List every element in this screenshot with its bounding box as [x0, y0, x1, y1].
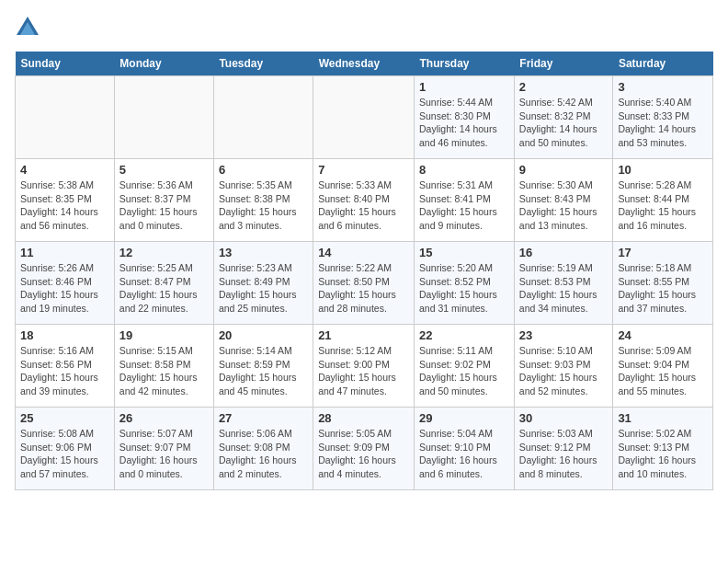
logo — [15, 15, 44, 40]
day-info: Sunrise: 5:18 AM Sunset: 8:55 PM Dayligh… — [618, 261, 708, 316]
calendar-cell — [313, 76, 415, 159]
day-info: Sunrise: 5:19 AM Sunset: 8:53 PM Dayligh… — [519, 261, 609, 316]
day-info: Sunrise: 5:33 AM Sunset: 8:40 PM Dayligh… — [318, 178, 409, 233]
day-info: Sunrise: 5:36 AM Sunset: 8:37 PM Dayligh… — [119, 178, 209, 233]
day-number: 19 — [119, 328, 209, 342]
day-number: 18 — [20, 328, 109, 342]
calendar-cell: 8Sunrise: 5:31 AM Sunset: 8:41 PM Daylig… — [415, 159, 515, 242]
day-number: 12 — [119, 246, 209, 259]
day-number: 21 — [318, 328, 409, 342]
day-info: Sunrise: 5:35 AM Sunset: 8:38 PM Dayligh… — [219, 178, 308, 233]
day-number: 27 — [219, 411, 308, 425]
day-number: 10 — [618, 163, 708, 177]
day-header-thursday: Thursday — [415, 52, 515, 76]
calendar-cell: 16Sunrise: 5:19 AM Sunset: 8:53 PM Dayli… — [514, 242, 613, 325]
calendar-cell: 30Sunrise: 5:03 AM Sunset: 9:12 PM Dayli… — [514, 408, 613, 490]
calendar-cell: 15Sunrise: 5:20 AM Sunset: 8:52 PM Dayli… — [415, 242, 515, 325]
day-header-saturday: Saturday — [613, 52, 713, 76]
day-info: Sunrise: 5:28 AM Sunset: 8:44 PM Dayligh… — [618, 178, 708, 233]
week-row-1: 1Sunrise: 5:44 AM Sunset: 8:30 PM Daylig… — [16, 76, 713, 159]
calendar-cell: 2Sunrise: 5:42 AM Sunset: 8:32 PM Daylig… — [514, 76, 613, 159]
calendar-cell: 20Sunrise: 5:14 AM Sunset: 8:59 PM Dayli… — [213, 325, 313, 408]
day-number: 15 — [419, 246, 509, 259]
day-info: Sunrise: 5:31 AM Sunset: 8:41 PM Dayligh… — [419, 178, 509, 233]
day-info: Sunrise: 5:14 AM Sunset: 8:59 PM Dayligh… — [219, 344, 308, 398]
day-info: Sunrise: 5:05 AM Sunset: 9:09 PM Dayligh… — [318, 427, 409, 481]
day-number: 8 — [419, 163, 509, 177]
day-number: 22 — [419, 328, 509, 342]
page-header — [15, 15, 713, 40]
day-info: Sunrise: 5:26 AM Sunset: 8:46 PM Dayligh… — [20, 261, 109, 316]
day-header-sunday: Sunday — [16, 52, 115, 76]
calendar-cell — [213, 76, 313, 159]
day-info: Sunrise: 5:10 AM Sunset: 9:03 PM Dayligh… — [519, 344, 609, 398]
calendar-cell: 6Sunrise: 5:35 AM Sunset: 8:38 PM Daylig… — [213, 159, 313, 242]
calendar-cell: 4Sunrise: 5:38 AM Sunset: 8:35 PM Daylig… — [16, 159, 115, 242]
day-info: Sunrise: 5:16 AM Sunset: 8:56 PM Dayligh… — [20, 344, 109, 398]
calendar-cell: 24Sunrise: 5:09 AM Sunset: 9:04 PM Dayli… — [613, 325, 713, 408]
day-number: 13 — [219, 246, 308, 259]
day-number: 6 — [219, 163, 308, 177]
day-number: 9 — [519, 163, 609, 177]
day-number: 17 — [618, 246, 708, 259]
calendar-cell: 5Sunrise: 5:36 AM Sunset: 8:37 PM Daylig… — [114, 159, 213, 242]
calendar-cell: 14Sunrise: 5:22 AM Sunset: 8:50 PM Dayli… — [313, 242, 415, 325]
day-header-friday: Friday — [514, 52, 613, 76]
day-info: Sunrise: 5:22 AM Sunset: 8:50 PM Dayligh… — [318, 261, 409, 316]
day-number: 20 — [219, 328, 308, 342]
calendar-cell: 3Sunrise: 5:40 AM Sunset: 8:33 PM Daylig… — [613, 76, 713, 159]
calendar-cell: 26Sunrise: 5:07 AM Sunset: 9:07 PM Dayli… — [114, 408, 213, 490]
day-info: Sunrise: 5:42 AM Sunset: 8:32 PM Dayligh… — [519, 96, 609, 150]
day-info: Sunrise: 5:07 AM Sunset: 9:07 PM Dayligh… — [119, 427, 209, 481]
day-number: 29 — [419, 411, 509, 425]
day-info: Sunrise: 5:12 AM Sunset: 9:00 PM Dayligh… — [318, 344, 409, 398]
day-info: Sunrise: 5:03 AM Sunset: 9:12 PM Dayligh… — [519, 427, 609, 481]
day-info: Sunrise: 5:38 AM Sunset: 8:35 PM Dayligh… — [20, 178, 109, 233]
day-number: 25 — [20, 411, 109, 425]
day-info: Sunrise: 5:09 AM Sunset: 9:04 PM Dayligh… — [618, 344, 708, 398]
calendar-cell: 25Sunrise: 5:08 AM Sunset: 9:06 PM Dayli… — [16, 408, 115, 490]
day-info: Sunrise: 5:08 AM Sunset: 9:06 PM Dayligh… — [20, 427, 109, 481]
logo-icon — [15, 15, 40, 40]
calendar-cell: 13Sunrise: 5:23 AM Sunset: 8:49 PM Dayli… — [213, 242, 313, 325]
week-row-2: 4Sunrise: 5:38 AM Sunset: 8:35 PM Daylig… — [16, 159, 713, 242]
calendar-cell — [16, 76, 115, 159]
day-number: 2 — [519, 80, 609, 94]
day-number: 30 — [519, 411, 609, 425]
calendar-cell: 17Sunrise: 5:18 AM Sunset: 8:55 PM Dayli… — [613, 242, 713, 325]
calendar-cell — [114, 76, 213, 159]
calendar-cell: 21Sunrise: 5:12 AM Sunset: 9:00 PM Dayli… — [313, 325, 415, 408]
day-info: Sunrise: 5:23 AM Sunset: 8:49 PM Dayligh… — [219, 261, 308, 316]
week-row-4: 18Sunrise: 5:16 AM Sunset: 8:56 PM Dayli… — [16, 325, 713, 408]
day-number: 11 — [20, 246, 109, 259]
day-info: Sunrise: 5:11 AM Sunset: 9:02 PM Dayligh… — [419, 344, 509, 398]
day-number: 1 — [419, 80, 509, 94]
day-header-monday: Monday — [114, 52, 213, 76]
day-info: Sunrise: 5:30 AM Sunset: 8:43 PM Dayligh… — [519, 178, 609, 233]
calendar-cell: 23Sunrise: 5:10 AM Sunset: 9:03 PM Dayli… — [514, 325, 613, 408]
day-number: 7 — [318, 163, 409, 177]
day-info: Sunrise: 5:15 AM Sunset: 8:58 PM Dayligh… — [119, 344, 209, 398]
day-number: 28 — [318, 411, 409, 425]
week-row-5: 25Sunrise: 5:08 AM Sunset: 9:06 PM Dayli… — [16, 408, 713, 490]
day-number: 4 — [20, 163, 109, 177]
calendar-cell: 18Sunrise: 5:16 AM Sunset: 8:56 PM Dayli… — [16, 325, 115, 408]
day-number: 31 — [618, 411, 708, 425]
calendar-cell: 7Sunrise: 5:33 AM Sunset: 8:40 PM Daylig… — [313, 159, 415, 242]
calendar-cell: 10Sunrise: 5:28 AM Sunset: 8:44 PM Dayli… — [613, 159, 713, 242]
week-row-3: 11Sunrise: 5:26 AM Sunset: 8:46 PM Dayli… — [16, 242, 713, 325]
calendar-cell: 11Sunrise: 5:26 AM Sunset: 8:46 PM Dayli… — [16, 242, 115, 325]
days-header-row: SundayMondayTuesdayWednesdayThursdayFrid… — [16, 52, 713, 76]
day-info: Sunrise: 5:02 AM Sunset: 9:13 PM Dayligh… — [618, 427, 708, 481]
day-number: 14 — [318, 246, 409, 259]
calendar-cell: 31Sunrise: 5:02 AM Sunset: 9:13 PM Dayli… — [613, 408, 713, 490]
day-info: Sunrise: 5:20 AM Sunset: 8:52 PM Dayligh… — [419, 261, 509, 316]
calendar-table: SundayMondayTuesdayWednesdayThursdayFrid… — [15, 52, 713, 490]
calendar-cell: 12Sunrise: 5:25 AM Sunset: 8:47 PM Dayli… — [114, 242, 213, 325]
day-info: Sunrise: 5:25 AM Sunset: 8:47 PM Dayligh… — [119, 261, 209, 316]
day-header-tuesday: Tuesday — [213, 52, 313, 76]
day-info: Sunrise: 5:44 AM Sunset: 8:30 PM Dayligh… — [419, 96, 509, 150]
day-number: 24 — [618, 328, 708, 342]
day-number: 16 — [519, 246, 609, 259]
day-header-wednesday: Wednesday — [313, 52, 415, 76]
